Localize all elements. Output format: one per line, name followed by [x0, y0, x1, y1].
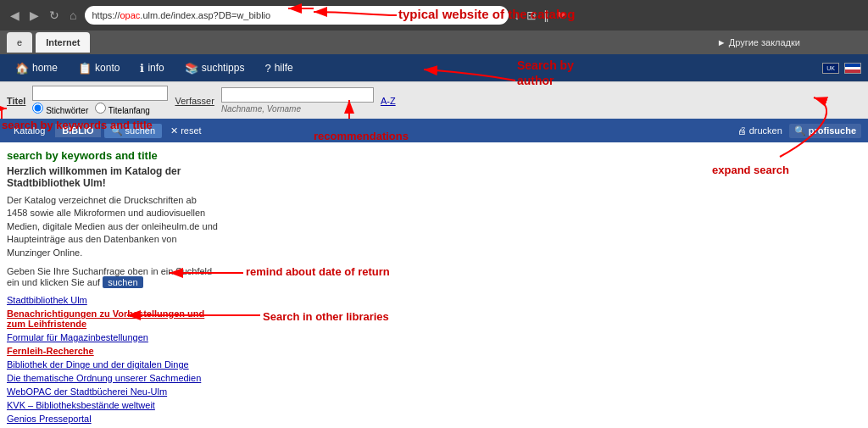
drucken-button[interactable]: 🖨 drucken: [737, 124, 782, 138]
toolbar-biblio[interactable]: BIBLIO: [55, 124, 100, 137]
toolbar-katalog[interactable]: Katalog: [7, 124, 52, 137]
nav-info-label: info: [147, 62, 164, 74]
suchen-badge: suchen: [103, 276, 142, 288]
link-stadtbibliothek[interactable]: Stadtbibliothek Ulm: [7, 295, 219, 305]
flag-uk[interactable]: UK: [822, 63, 839, 74]
browser-chrome: ◀ ▶ ↻ ⌂ https://opac.ulm.de/index.asp?DB…: [0, 0, 868, 31]
stats-icon: ∥: [543, 8, 549, 22]
nav-hilfe[interactable]: ? hilfe: [256, 58, 301, 78]
link-thematische[interactable]: Die thematische Ordnung unserer Sachmedi…: [7, 373, 219, 383]
suchtipps-icon: 📚: [185, 62, 198, 75]
search-bar: Titel Stichwörter Titelanfang Verfasser: [0, 81, 868, 119]
radio-stichwort[interactable]: [32, 103, 43, 114]
description-text: Der Katalog verzeichnet die Druckschrift…: [7, 194, 219, 259]
refresh-button[interactable]: ↻: [46, 7, 63, 24]
welcome-text: Herzlich willkommen im Katalog der Stadt…: [7, 165, 219, 189]
catalog-toolbar: Katalog BIBLIO 🔍 suchen ✕ reset 🖨 drucke…: [0, 119, 868, 142]
radio-titelanfang-text: Titelanfang: [108, 106, 150, 115]
address-bar[interactable]: https://opac.ulm.de/index.asp?DB=w_bibli…: [85, 6, 509, 25]
verfasser-input[interactable]: [221, 87, 374, 103]
toolbar-right: 🖨 drucken 🔍 profisuche: [737, 124, 861, 138]
home-icon: 🏠: [15, 62, 29, 75]
title-input-group: Stichwörter Titelanfang: [32, 86, 168, 115]
bookmark-icon: ❤: [556, 8, 566, 22]
links-section: Stadtbibliothek Ulm Benachrichtigungen z…: [7, 295, 219, 428]
radio-titelanfang-label[interactable]: Titelanfang: [95, 103, 150, 115]
section-heading: search by keywords and title: [7, 149, 219, 162]
tab-e[interactable]: e: [7, 32, 32, 53]
radio-stichwort-text: Stichwörter: [46, 106, 88, 115]
menu-icon: ⊞: [526, 8, 537, 22]
nav-home-label: home: [32, 62, 58, 74]
search-icon: 🔍: [111, 125, 123, 136]
hilfe-icon: ?: [264, 62, 270, 75]
catalog-page: 🏠 home 📋 konto ℹ info 📚 suchtipps ? hilf…: [0, 54, 868, 428]
info-icon: ℹ: [140, 62, 144, 75]
radio-group: Stichwörter Titelanfang: [32, 103, 168, 115]
nav-home[interactable]: 🏠 home: [7, 58, 66, 78]
home-button[interactable]: ⌂: [66, 7, 80, 24]
search-btn-label: suchen: [125, 125, 155, 136]
catalog-nav: 🏠 home 📋 konto ℹ info 📚 suchtipps ? hilf…: [0, 54, 868, 81]
konto-icon: 📋: [78, 62, 92, 75]
title-search-input[interactable]: [32, 86, 168, 101]
url-prefix: https://: [92, 10, 120, 20]
verfasser-placeholder: Nachname, Vorname: [221, 104, 374, 114]
verfasser-label[interactable]: Verfasser: [175, 96, 214, 106]
main-center: [229, 149, 861, 428]
download-icon: ↓: [514, 8, 520, 22]
search-button[interactable]: 🔍 suchen: [104, 124, 162, 138]
profisuche-icon: 🔍: [794, 125, 806, 136]
nav-konto[interactable]: 📋 konto: [70, 58, 128, 78]
nav-suchtipps-label: suchtipps: [202, 62, 245, 74]
forward-button[interactable]: ▶: [26, 7, 42, 24]
main-left: search by keywords and title Herzlich wi…: [7, 149, 219, 428]
browser-right-icons: ↓ ⊞ ∥ ❤: [514, 8, 566, 22]
link-webopac[interactable]: WebOPAC der Stadtbücherei Neu-Ulm: [7, 386, 219, 397]
az-link[interactable]: A-Z: [381, 96, 396, 106]
profisuche-button[interactable]: 🔍 profisuche: [789, 124, 861, 138]
link-benachrichtigungen[interactable]: Benachrichtigungen zu Vorbestellungen un…: [7, 308, 219, 329]
drucken-label: drucken: [749, 125, 782, 136]
radio-stichwort-label[interactable]: Stichwörter: [32, 103, 88, 115]
link-fernleih[interactable]: Fernleih-Recherche: [7, 346, 219, 356]
url-suffix: .ulm.de/index.asp?DB=w_biblio: [140, 10, 270, 20]
reset-button[interactable]: ✕ reset: [165, 124, 207, 138]
radio-titelanfang[interactable]: [95, 103, 106, 114]
printer-icon: 🖨: [737, 125, 747, 136]
tab-internet[interactable]: Internet: [36, 32, 90, 53]
tab-more-label: ► Другие закладки: [717, 37, 800, 47]
browser-nav-buttons: ◀ ▶ ↻ ⌂: [7, 7, 80, 24]
link-kvk[interactable]: KVK – Bibliotheksbestände weltweit: [7, 400, 219, 410]
link-magazin[interactable]: Formular für Magazinbestellungen: [7, 332, 219, 342]
nav-konto-label: konto: [95, 62, 120, 74]
nav-suchtipps[interactable]: 📚 suchtipps: [176, 58, 253, 78]
link-bibliothek-dinge[interactable]: Bibliothek der Dinge und der digitalen D…: [7, 359, 219, 370]
nav-hilfe-label: hilfe: [275, 62, 293, 74]
flag-sr[interactable]: [844, 63, 861, 74]
catalog-main: search by keywords and title Herzlich wi…: [0, 142, 868, 428]
profisuche-label: profisuche: [809, 125, 856, 136]
title-label[interactable]: Titel: [7, 96, 25, 106]
back-button[interactable]: ◀: [7, 7, 23, 24]
instruction-text: Geben Sie Ihre Suchanfrage oben in ein S…: [7, 266, 219, 288]
tab-bar: e Internet ► Другие закладки: [0, 31, 868, 54]
link-genios[interactable]: Genios Presseportal: [7, 414, 219, 424]
nav-info[interactable]: ℹ info: [131, 58, 172, 78]
url-highlight: opac: [120, 10, 141, 20]
